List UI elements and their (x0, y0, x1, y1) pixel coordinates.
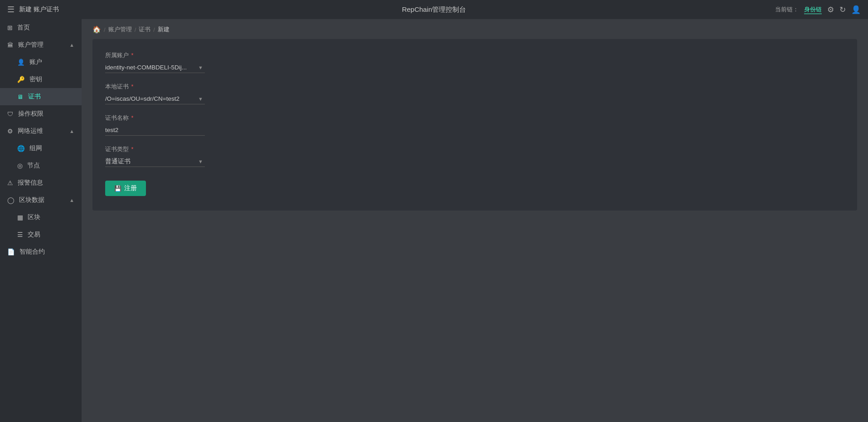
circle-icon: ◯ (7, 196, 15, 204)
globe-icon: 🌐 (17, 145, 25, 152)
breadcrumb-account-mgmt[interactable]: 账户管理 (108, 25, 132, 34)
account-select[interactable]: identity-net-COMBDELI-5Dij... (105, 62, 205, 73)
required-mark-cert-name: * (131, 115, 133, 121)
sidebar-item-cert[interactable]: 🖥 证书 (0, 88, 82, 105)
label-account: 所属账户 * (105, 52, 844, 59)
sidebar-item-label: 账户 (29, 58, 42, 66)
submit-button[interactable]: 💾 注册 (105, 181, 146, 196)
breadcrumb: 🏠 / 账户管理 / 证书 / 新建 (82, 19, 868, 39)
home-icon: ⊞ (7, 24, 13, 31)
sidebar-item-net-ops[interactable]: ⚙ 网络运维 ▲ (0, 123, 82, 140)
local-cert-select-wrapper: /O=iscas/OU=sdr/CN=test2 ▼ (105, 93, 205, 104)
sidebar-item-smart-contract[interactable]: 📄 智能合约 (0, 243, 82, 260)
layout: ⊞ 首页 🏛 账户管理 ▲ 👤 账户 🔑 密钥 🖥 证书 🛡 操作权限 (0, 19, 868, 422)
submit-label: 注册 (124, 184, 137, 192)
form-group-account: 所属账户 * identity-net-COMBDELI-5Dij... ▼ (105, 52, 844, 73)
topbar-left: ☰ 新建 账户证书 (7, 5, 98, 15)
sidebar-item-label: 证书 (28, 93, 41, 101)
refresh-icon[interactable]: ↻ (839, 5, 846, 15)
topbar-page-title: 新建 账户证书 (19, 5, 59, 14)
document-icon: 📄 (7, 248, 15, 255)
required-mark-local-cert: * (131, 83, 133, 90)
local-cert-select[interactable]: /O=iscas/OU=sdr/CN=test2 (105, 93, 205, 104)
sidebar-item-block-data[interactable]: ◯ 区块数据 ▲ (0, 191, 82, 209)
node-icon: ◎ (17, 162, 23, 169)
current-chain-label: 当前链： (775, 5, 799, 14)
label-cert-type: 证书类型 * (105, 146, 844, 153)
settings-icon[interactable]: ⚙ (827, 5, 834, 15)
main-content: 🏠 / 账户管理 / 证书 / 新建 所属账户 * identity-net-C… (82, 19, 868, 422)
sidebar-item-label: 组网 (29, 144, 42, 152)
sidebar-item-label: 交易 (28, 231, 40, 239)
sidebar-item-label: 账户管理 (18, 41, 44, 49)
sidebar-item-alert[interactable]: ⚠ 报警信息 (0, 174, 82, 191)
save-icon: 💾 (114, 185, 121, 192)
sidebar-item-block[interactable]: ▦ 区块 (0, 209, 82, 226)
topbar: ☰ 新建 账户证书 RepChain管理控制台 当前链： 身份链 ⚙ ↻ 👤 (0, 0, 868, 19)
settings-icon: ⚙ (7, 128, 13, 135)
sidebar-item-label: 网络运维 (18, 127, 43, 135)
home-breadcrumb-icon[interactable]: 🏠 (92, 25, 101, 34)
sidebar-item-key[interactable]: 🔑 密钥 (0, 71, 82, 88)
sidebar-item-node[interactable]: ◎ 节点 (0, 157, 82, 174)
sidebar-item-account[interactable]: 👤 账户 (0, 54, 82, 71)
label-local-cert: 本地证书 * (105, 83, 844, 91)
sidebar-item-home[interactable]: ⊞ 首页 (0, 19, 82, 36)
grid-icon: ▦ (17, 214, 23, 221)
breadcrumb-sep-0: / (104, 26, 106, 33)
cert-type-select-wrapper: 普通证书 ▼ (105, 156, 205, 167)
form-card: 所属账户 * identity-net-COMBDELI-5Dij... ▼ 本… (92, 39, 857, 211)
user-icon[interactable]: 👤 (851, 5, 861, 15)
shield-icon: 🛡 (7, 111, 14, 118)
cert-type-select[interactable]: 普通证书 (105, 156, 205, 167)
list-icon: ☰ (17, 231, 23, 238)
breadcrumb-sep-2: / (153, 26, 155, 33)
form-group-cert-type: 证书类型 * 普通证书 ▼ (105, 146, 844, 167)
key-icon: 🔑 (17, 76, 25, 83)
warning-icon: ⚠ (7, 179, 13, 186)
cert-name-input[interactable] (105, 125, 205, 136)
monitor-icon: 🖥 (17, 93, 24, 100)
breadcrumb-sep-1: / (135, 26, 136, 33)
menu-icon[interactable]: ☰ (7, 5, 15, 15)
label-cert-name: 证书名称 * (105, 114, 844, 122)
current-chain-value[interactable]: 身份链 (804, 5, 822, 14)
chevron-up-icon: ▲ (69, 128, 74, 134)
form-group-cert-name: 证书名称 * (105, 114, 844, 136)
sidebar-item-label: 节点 (27, 162, 40, 170)
sidebar-item-label: 智能合约 (19, 248, 45, 256)
sidebar-item-label: 区块数据 (19, 196, 44, 204)
required-mark-account: * (131, 52, 133, 59)
sidebar-item-label: 首页 (17, 24, 30, 32)
sidebar-item-ops-perm[interactable]: 🛡 操作权限 (0, 105, 82, 123)
breadcrumb-cert[interactable]: 证书 (139, 25, 150, 34)
sidebar-item-label: 密钥 (29, 75, 42, 83)
sidebar: ⊞ 首页 🏛 账户管理 ▲ 👤 账户 🔑 密钥 🖥 证书 🛡 操作权限 (0, 19, 82, 422)
user-icon: 👤 (17, 59, 25, 66)
sidebar-item-label: 区块 (28, 213, 40, 221)
topbar-right: 当前链： 身份链 ⚙ ↻ 👤 (770, 5, 861, 15)
chevron-up-icon: ▲ (69, 197, 74, 203)
sidebar-item-account-mgmt[interactable]: 🏛 账户管理 ▲ (0, 36, 82, 54)
sidebar-item-label: 操作权限 (18, 110, 44, 118)
account-select-wrapper: identity-net-COMBDELI-5Dij... ▼ (105, 62, 205, 73)
sidebar-item-tx[interactable]: ☰ 交易 (0, 226, 82, 243)
topbar-title: RepChain管理控制台 (98, 5, 770, 14)
sidebar-item-label: 报警信息 (18, 179, 43, 187)
sidebar-item-network[interactable]: 🌐 组网 (0, 140, 82, 157)
breadcrumb-new: 新建 (158, 25, 170, 34)
required-mark-cert-type: * (131, 146, 133, 152)
form-group-local-cert: 本地证书 * /O=iscas/OU=sdr/CN=test2 ▼ (105, 83, 844, 104)
chevron-up-icon: ▲ (69, 42, 74, 48)
bank-icon: 🏛 (7, 42, 14, 49)
